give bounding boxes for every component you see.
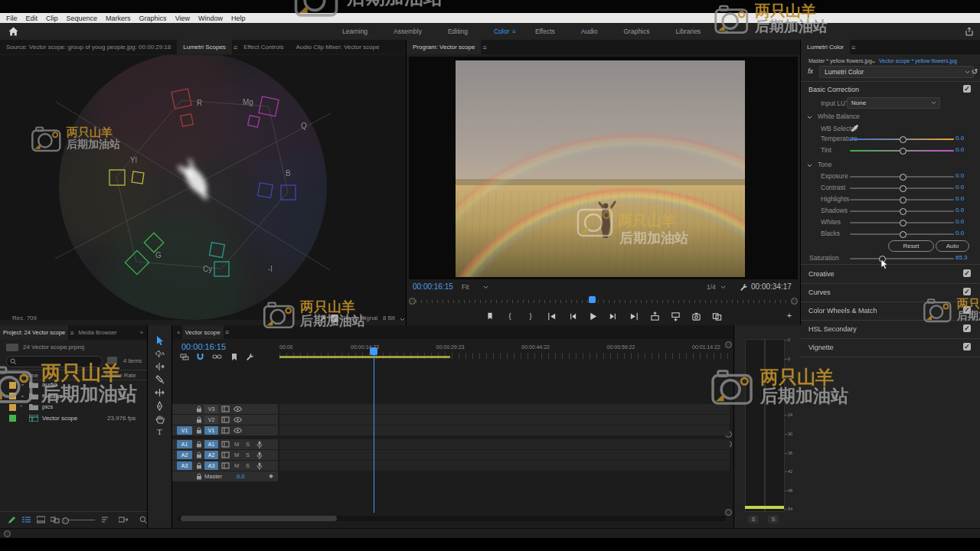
track-name-v1[interactable]: V1: [204, 426, 218, 435]
slider-blacks[interactable]: [850, 233, 954, 235]
slider-handle[interactable]: [900, 136, 906, 143]
track-lock-icon[interactable]: [196, 441, 203, 448]
tab-audio-clip-mixer[interactable]: Audio Clip Mixer: Vector scope: [289, 40, 385, 54]
solo-button[interactable]: S: [246, 452, 250, 458]
keyframe-nav-icon[interactable]: ⏴⏵: [269, 473, 272, 481]
tab-media-browser[interactable]: Media Browser: [74, 325, 122, 340]
program-zoom-select[interactable]: Fit: [462, 283, 469, 291]
scrubber-left-handle[interactable]: [409, 298, 416, 305]
section-row-vignette[interactable]: Vignette✓: [801, 338, 980, 357]
step-forward-icon[interactable]: [609, 311, 619, 321]
panel-menu-icon[interactable]: ≡: [482, 44, 486, 51]
program-scrubber[interactable]: [407, 295, 800, 305]
slider-exposure[interactable]: [850, 176, 954, 178]
section-checkbox[interactable]: ✓: [963, 269, 971, 277]
effect-select[interactable]: Lumetri Color: [819, 66, 974, 78]
type-tool[interactable]: T: [148, 425, 172, 438]
slider-handle[interactable]: [900, 185, 906, 192]
work-area-bar[interactable]: [279, 356, 450, 358]
slider-value[interactable]: 0.0: [956, 218, 964, 225]
insert-as-nest-icon[interactable]: [180, 353, 191, 362]
workspace-tab-graphics[interactable]: Graphics: [611, 28, 663, 35]
section-row-hsl-secondary[interactable]: HSL Secondary✓: [801, 320, 980, 339]
zoom-slider-handle[interactable]: [62, 517, 69, 524]
expander-open-icon[interactable]: ⌄: [20, 380, 25, 387]
track-lock-icon[interactable]: [196, 452, 203, 459]
scope-settings-wrench-icon[interactable]: [318, 314, 328, 323]
voiceover-record-mic-icon[interactable]: [256, 452, 263, 459]
track-lane-v2[interactable]: [279, 415, 730, 425]
menu-item-window[interactable]: Window: [198, 15, 223, 22]
linked-selection-icon[interactable]: [212, 353, 223, 362]
menu-item-clip[interactable]: Clip: [46, 15, 58, 22]
tab-source-monitor[interactable]: Source: Vector scope: group of youg peop…: [0, 40, 177, 54]
slider-value[interactable]: 0.0: [956, 146, 964, 153]
scrubber-right-handle[interactable]: [791, 298, 798, 305]
section-checkbox[interactable]: ✓: [963, 306, 971, 314]
slider-handle[interactable]: [900, 197, 906, 204]
track-name-a2[interactable]: A2: [204, 451, 218, 459]
play-button-icon[interactable]: [588, 311, 599, 321]
section-row-creative[interactable]: Creative✓: [801, 265, 980, 284]
mute-button[interactable]: M: [234, 462, 239, 469]
snap-magnet-icon[interactable]: [196, 353, 207, 362]
go-to-out-icon[interactable]: [629, 311, 640, 321]
menu-item-sequence[interactable]: Sequence: [67, 15, 98, 22]
section-checkbox[interactable]: ✓: [963, 324, 971, 332]
button-editor-plus-icon[interactable]: +: [785, 311, 794, 320]
project-search-box[interactable]: [6, 356, 103, 367]
add-marker-icon[interactable]: [485, 311, 495, 321]
workspace-tab-effects[interactable]: Effects: [522, 28, 568, 35]
saturation-slider[interactable]: [850, 258, 954, 259]
section-checkbox[interactable]: ✓: [963, 343, 971, 350]
workspace-tab-libraries[interactable]: Libraries: [663, 28, 714, 35]
track-lane-v1[interactable]: [279, 425, 730, 435]
slider-value[interactable]: 0.0: [956, 172, 964, 179]
auto-button[interactable]: Auto: [936, 240, 969, 252]
project-row-vector-scope[interactable]: Vector scope23.976 fps: [0, 413, 147, 424]
white-balance-chevron-icon[interactable]: [807, 116, 812, 119]
share-icon[interactable]: [963, 26, 975, 37]
tab-program-monitor[interactable]: Program: Vector scope: [407, 40, 481, 54]
solo-button[interactable]: S: [246, 441, 250, 448]
project-row-pics[interactable]: ›pics: [0, 402, 147, 412]
pen-tool[interactable]: [148, 399, 172, 412]
insert-here-icon[interactable]: [221, 441, 230, 448]
insert-here-icon[interactable]: [221, 416, 230, 424]
track-name-a1[interactable]: A1: [204, 440, 218, 448]
menu-item-edit[interactable]: Edit: [26, 15, 38, 22]
timeline-scroll-handle[interactable]: [725, 509, 732, 516]
tab-effect-controls[interactable]: Effect Controls: [237, 40, 289, 54]
solo-left-button[interactable]: S: [748, 515, 759, 523]
section-row-curves[interactable]: Curves✓: [801, 283, 980, 302]
workspace-tab-color[interactable]: Color: [481, 28, 522, 35]
track-lane-a3[interactable]: [279, 461, 730, 471]
new-search-bin-icon[interactable]: [107, 357, 117, 364]
solo-button[interactable]: S: [246, 462, 250, 469]
menu-item-graphics[interactable]: Graphics: [139, 15, 167, 22]
voiceover-record-mic-icon[interactable]: [256, 462, 263, 470]
track-lock-icon[interactable]: [196, 473, 203, 481]
writable-pencil-icon[interactable]: [8, 516, 18, 525]
insert-here-icon[interactable]: [221, 427, 230, 435]
source-patch-v1[interactable]: V1: [177, 426, 192, 435]
workspace-tab-assembly[interactable]: Assembly: [381, 28, 435, 35]
slider-value[interactable]: 0.0: [956, 135, 964, 142]
list-view-icon[interactable]: [22, 516, 32, 525]
icon-view-icon[interactable]: [37, 516, 47, 525]
reset-button[interactable]: Reset: [888, 240, 934, 252]
step-back-icon[interactable]: [567, 311, 578, 321]
menu-item-help[interactable]: Help: [231, 15, 246, 22]
lift-icon[interactable]: [650, 311, 661, 321]
slider-contrast[interactable]: [850, 187, 954, 189]
slider-highlights[interactable]: [850, 199, 954, 201]
project-breadcrumb[interactable]: 24 Vector scope.prproj: [23, 344, 84, 350]
timeline-settings-wrench-icon[interactable]: [246, 353, 256, 362]
slider-whites[interactable]: [850, 222, 954, 223]
source-patch-a3[interactable]: A3: [177, 461, 192, 470]
slider-shadows[interactable]: [850, 210, 954, 212]
tab-lumetri-color[interactable]: Lumetri Color: [801, 40, 850, 54]
playback-resolution-select[interactable]: 1/4: [707, 283, 716, 291]
program-settings-wrench-icon[interactable]: [739, 282, 748, 292]
master-volume-value[interactable]: 0.0: [237, 473, 244, 480]
